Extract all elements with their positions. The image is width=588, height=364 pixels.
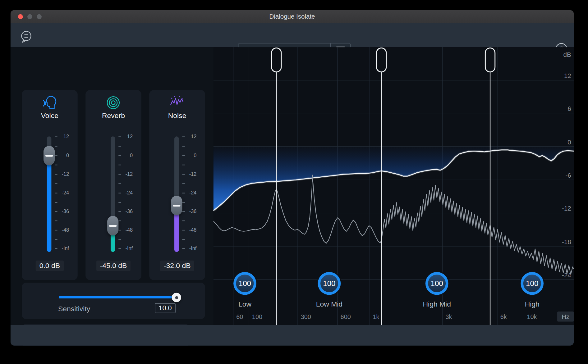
fader-fill: [111, 234, 115, 252]
fader-tick-label: -24: [121, 190, 133, 197]
fader-tick-label: -48: [185, 227, 197, 234]
fader-tick: [118, 165, 121, 165]
fader-tick: [182, 239, 185, 240]
spectrum-display[interactable]: 100Low100Low Mid100High Mid100HighdB1260…: [214, 47, 574, 325]
band-label: Low Mid: [316, 300, 342, 308]
crossover-handle[interactable]: [485, 48, 495, 72]
fader-tick-label: -36: [121, 208, 133, 215]
fader-handle[interactable]: [44, 146, 55, 166]
freq-unit-label: Hz: [562, 313, 569, 320]
left-panel: Voice 120-12-24-36-48-Inf 0.0 dB Reverb …: [11, 47, 214, 325]
window-title: Dialogue Isolate: [11, 10, 574, 23]
fader-tick-label: -48: [121, 227, 133, 234]
reverb-gain-value[interactable]: -45.0 dB: [96, 261, 131, 271]
freq-axis-label: 600: [341, 313, 351, 320]
fader-tick: [182, 165, 185, 165]
freq-axis-label: 6k: [500, 313, 507, 320]
fader-tick: [118, 221, 121, 221]
fader-tick-label: -24: [57, 190, 69, 197]
db-axis-label: 12: [564, 72, 571, 79]
db-axis-label: 6: [567, 105, 571, 112]
fader-tick: [55, 221, 57, 221]
fader-tick-label: -12: [57, 171, 69, 178]
fader-fill: [47, 164, 51, 252]
fader-tick: [118, 202, 121, 203]
noise-gain-value[interactable]: -32.0 dB: [160, 261, 195, 271]
fader-handle[interactable]: [107, 216, 118, 235]
fader-tick-label: -Inf: [57, 245, 69, 252]
fader-tick: [55, 202, 57, 203]
fader-tick-label: -48: [57, 227, 69, 234]
plugin-window: Dialogue Isolate: [11, 10, 574, 346]
freq-axis-label: 60: [236, 313, 243, 320]
module-card-noise: Noise 120-12-24-36-48-Inf -32.0 dB: [149, 90, 205, 280]
toolbar: ?: [11, 23, 574, 47]
fader-tick-label: 12: [57, 134, 69, 140]
db-axis-label: -24: [562, 271, 571, 279]
fader-tick-label: -24: [185, 190, 197, 197]
fader-tick: [182, 221, 185, 221]
fader-tick: [118, 146, 121, 147]
freq-axis-label: 10k: [527, 313, 537, 320]
comment-bubble-icon[interactable]: [20, 30, 33, 43]
spectrum-background: [214, 47, 574, 325]
fader-tick-label: 0: [57, 152, 69, 159]
fader-tick-label: 12: [185, 134, 197, 140]
freq-axis-label: 100: [252, 313, 262, 320]
band-gain-value: 100: [323, 279, 335, 288]
reverb-fader: 120-12-24-36-48-Inf: [85, 90, 141, 280]
band-gain-value: 100: [239, 279, 251, 288]
freq-axis-label: 1k: [373, 313, 379, 320]
fader-tick-label: -36: [185, 208, 197, 215]
fader-tick: [182, 183, 185, 184]
fader-tick: [55, 239, 57, 240]
fader-tick: [182, 202, 185, 203]
sensitivity-panel: Sensitivity 10.0: [22, 283, 205, 319]
fader-tick-label: -36: [57, 208, 69, 215]
db-axis-label: -18: [562, 238, 571, 245]
db-axis-label: 0: [567, 139, 571, 146]
fader-tick-label: 0: [185, 152, 197, 159]
sensitivity-slider-handle[interactable]: [172, 293, 181, 302]
fader-fill: [174, 214, 179, 252]
db-axis-label: -6: [565, 172, 571, 179]
freq-axis-label: 3k: [445, 313, 452, 320]
fader-tick: [118, 239, 121, 240]
band-label: High: [525, 300, 540, 308]
crossover-handle[interactable]: [376, 48, 386, 72]
voice-fader: 120-12-24-36-48-Inf: [22, 90, 78, 280]
module-card-reverb: Reverb 120-12-24-36-48-Inf -45.0 dB: [85, 90, 141, 280]
band-label: Low: [238, 300, 251, 308]
sensitivity-label: Sensitivity: [58, 305, 90, 313]
band-gain-value: 100: [431, 279, 443, 288]
noise-fader: 120-12-24-36-48-Inf: [149, 90, 205, 280]
voice-gain-value[interactable]: 0.0 dB: [36, 261, 64, 271]
db-axis-label: -12: [562, 205, 571, 212]
fader-tick: [182, 146, 185, 147]
fader-tick-label: 0: [121, 152, 133, 159]
sensitivity-value-field[interactable]: 10.0: [155, 303, 175, 313]
fader-handle[interactable]: [171, 196, 182, 215]
fader-tick-label: -12: [185, 171, 197, 178]
fader-tick-label: 12: [121, 134, 133, 140]
module-card-voice: Voice 120-12-24-36-48-Inf 0.0 dB: [22, 90, 78, 280]
fader-tick: [118, 183, 121, 184]
band-gain-value: 100: [526, 279, 538, 288]
sensitivity-slider[interactable]: [59, 296, 176, 298]
screen: Dialogue Isolate: [0, 0, 588, 364]
fader-tick: [55, 165, 57, 165]
fader-tick-label: -Inf: [121, 245, 133, 252]
fader-tick: [55, 183, 57, 184]
db-axis-label: dB: [563, 51, 571, 58]
bottom-bar: Preview Bypass + Compare Render: [11, 325, 574, 345]
freq-axis-label: 300: [301, 313, 311, 320]
fader-tick: [55, 146, 57, 147]
fader-tick-label: -Inf: [185, 245, 197, 252]
crossover-handle[interactable]: [272, 48, 281, 72]
titlebar: Dialogue Isolate: [11, 10, 574, 24]
fader-tick-label: -12: [121, 171, 133, 178]
band-label: High Mid: [423, 300, 451, 308]
